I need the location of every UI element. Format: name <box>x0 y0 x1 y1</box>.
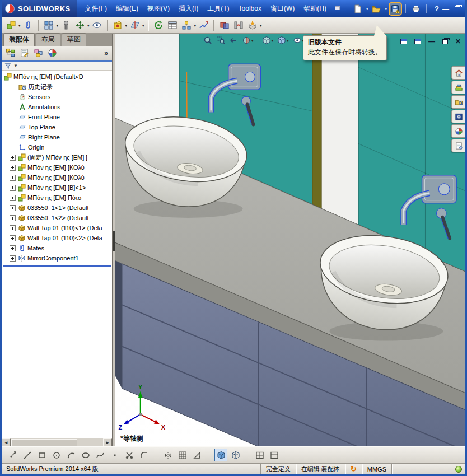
snap-icon[interactable] <box>190 449 203 461</box>
scrollbar-thumb[interactable] <box>11 439 77 446</box>
task-pane-design-library-icon[interactable] <box>451 81 465 94</box>
tree-root-item[interactable]: MΠόν ης [EM] (Default<D <box>2 72 112 82</box>
task-pane-file-explorer-icon[interactable] <box>451 95 465 109</box>
document-window-icon-1[interactable] <box>400 39 407 44</box>
manager-overflow-chevron[interactable]: » <box>104 49 109 57</box>
task-pane-custom-properties-icon[interactable] <box>451 139 465 152</box>
caret-icon[interactable]: ▾ <box>287 39 289 43</box>
document-minimize-icon[interactable]: — <box>428 38 435 45</box>
displaymanager-icon[interactable] <box>46 48 58 59</box>
filter-caret-icon[interactable]: ▼ <box>13 64 18 68</box>
tree-item-component[interactable]: (固定) MΠόν ης [EM] [ <box>2 152 112 162</box>
caret-icon[interactable]: ▾ <box>125 24 128 27</box>
scroll-left-icon[interactable]: ◄ <box>2 438 11 446</box>
split-viewport-icon[interactable] <box>253 449 266 461</box>
display-style-icon[interactable]: ▾ <box>277 36 289 45</box>
expand-plus-icon[interactable] <box>10 175 16 181</box>
tree-item-component[interactable]: MΠόν ης [EM] [B]<1> <box>2 183 112 193</box>
bill-of-materials-icon[interactable] <box>166 19 179 32</box>
status-rebuild-icon[interactable]: ↻ <box>345 464 362 474</box>
save-warning-icon[interactable] <box>390 3 401 15</box>
tree-item-front-plane[interactable]: Front Plane <box>2 112 112 122</box>
open-caret-icon[interactable]: ▾ <box>385 7 387 11</box>
tree-item-right-plane[interactable]: Right Plane <box>2 132 112 142</box>
view-single-shaded-icon[interactable] <box>214 449 227 461</box>
caret-icon[interactable]: ▾ <box>272 39 274 43</box>
caret-icon[interactable]: ▾ <box>57 24 59 27</box>
tree-item-component[interactable]: MΠόν ης [EM] [ΚΟλύ <box>2 172 112 183</box>
expand-plus-icon[interactable] <box>10 235 16 241</box>
tree-item-history[interactable]: 历史记录 <box>2 82 112 92</box>
caret-icon[interactable]: ▾ <box>251 39 254 43</box>
task-pane-view-palette-icon[interactable] <box>451 110 465 123</box>
explode-line-sketch-icon[interactable] <box>197 19 210 32</box>
document-window-icon-2[interactable] <box>414 39 421 44</box>
expand-plus-icon[interactable] <box>10 245 16 251</box>
caret-icon[interactable]: ▾ <box>87 24 90 27</box>
menu-insert[interactable]: 插入(I) <box>174 0 203 17</box>
sketch-mirror-icon[interactable] <box>161 449 174 461</box>
tree-item-part[interactable]: Wall Tap 01 (110)<1> (Defa <box>2 223 112 233</box>
scroll-right-icon[interactable]: ► <box>103 438 112 446</box>
sketch-select-icon[interactable] <box>6 449 19 461</box>
configurationmanager-icon[interactable] <box>32 48 44 59</box>
help-icon[interactable]: ? <box>431 3 442 15</box>
interference-detection-icon[interactable] <box>218 19 231 32</box>
view-wireframe-icon[interactable] <box>229 449 242 461</box>
filter-funnel-icon[interactable] <box>4 63 11 69</box>
reference-geometry-icon[interactable] <box>128 19 141 32</box>
smart-fasteners-icon[interactable] <box>59 19 72 32</box>
window-restore-icon[interactable] <box>455 6 460 11</box>
section-view-icon[interactable]: ▾ <box>242 36 254 45</box>
tree-item-part[interactable]: 033550_1<1> (Default <box>2 203 112 213</box>
tree-item-annotations[interactable]: Annotations <box>2 102 112 112</box>
previous-view-icon[interactable] <box>229 36 238 45</box>
grid-display-icon[interactable] <box>176 449 189 461</box>
sketch-ellipse-icon[interactable] <box>79 449 92 461</box>
expand-plus-icon[interactable] <box>10 225 16 231</box>
rollback-bar[interactable] <box>3 265 111 267</box>
sketch-rectangle-icon[interactable] <box>35 449 48 461</box>
zoom-fit-icon[interactable] <box>203 36 212 45</box>
open-icon[interactable] <box>371 3 382 15</box>
task-pane-resources-icon[interactable] <box>451 66 465 80</box>
show-hidden-components-icon[interactable] <box>91 19 104 32</box>
caret-icon[interactable]: ▾ <box>18 24 21 27</box>
expand-plus-icon[interactable] <box>10 155 16 161</box>
move-component-icon[interactable] <box>73 19 86 32</box>
view-orientation-icon[interactable]: ▾ <box>262 36 274 45</box>
panel-horizontal-scrollbar[interactable]: ◄ ► <box>2 438 112 446</box>
task-pane-appearances-icon[interactable] <box>451 124 465 138</box>
menu-help[interactable]: 帮助(H) <box>299 0 331 17</box>
menu-window[interactable]: 窗口(W) <box>266 0 299 17</box>
tree-item-mates[interactable]: Mates <box>2 243 112 253</box>
clearance-verification-icon[interactable] <box>232 19 245 32</box>
instant3d-icon[interactable] <box>246 19 259 32</box>
expand-plus-icon[interactable] <box>10 205 16 211</box>
sketch-line-icon[interactable] <box>21 449 34 461</box>
tree-item-part[interactable]: 033550_1<2> (Default <box>2 213 112 223</box>
document-close-icon[interactable]: ✕ <box>455 38 461 45</box>
zoom-area-icon[interactable] <box>216 36 225 45</box>
tree-item-sensors[interactable]: Sensors <box>2 92 112 102</box>
sketch-arc-icon[interactable] <box>64 449 77 461</box>
caret-icon[interactable]: ▾ <box>142 24 144 27</box>
menu-toolbox[interactable]: Toolbox <box>234 0 266 17</box>
sketch-point-icon[interactable] <box>108 449 121 461</box>
exploded-view-icon[interactable] <box>180 19 193 32</box>
caret-icon[interactable]: ▾ <box>194 24 197 27</box>
tree-item-mirror-component[interactable]: MirrorComponent1 <box>2 253 112 263</box>
sketch-spline-icon[interactable] <box>94 449 106 461</box>
expand-plus-icon[interactable] <box>10 195 16 201</box>
assembly-features-icon[interactable] <box>111 19 124 32</box>
propertymanager-icon[interactable] <box>18 48 30 59</box>
window-minimize-icon[interactable]: — <box>442 6 449 12</box>
linear-component-pattern-icon[interactable] <box>43 19 55 32</box>
expand-plus-icon[interactable] <box>10 185 16 191</box>
tree-item-component[interactable]: MΠόν ης [EM] Πότσ <box>2 193 112 203</box>
tab-assembly[interactable]: 装配体 <box>3 33 35 46</box>
graphics-area[interactable]: Y X Z <box>115 34 465 446</box>
tree-item-component[interactable]: MΠόν ης [EM] [ΚΟλύ <box>2 162 112 172</box>
menu-view[interactable]: 视图(V) <box>143 0 174 17</box>
document-restore-icon[interactable] <box>442 39 448 44</box>
